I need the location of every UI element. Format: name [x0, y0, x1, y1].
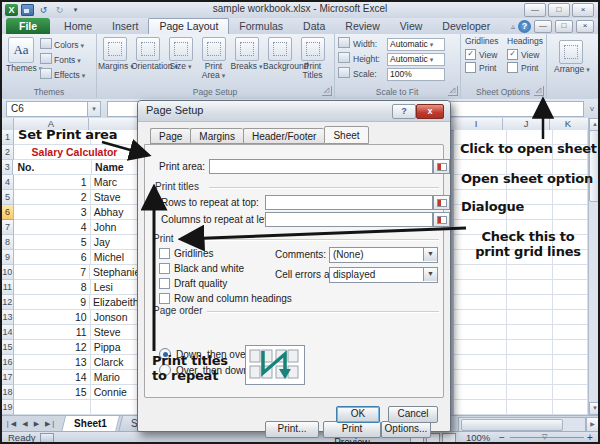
vertical-scrollbar[interactable]: ▲ ▼	[588, 118, 599, 415]
row-header-6[interactable]: 6	[2, 205, 14, 220]
cell-a19[interactable]	[14, 400, 91, 415]
row-header-12[interactable]: 12	[2, 295, 14, 310]
worksheet-grid-left[interactable]: 12Salary Calculator3No.Name41Marc52Stave…	[2, 130, 137, 415]
rows-repeat-range-icon[interactable]	[433, 195, 450, 210]
cell-b3[interactable]: Name	[92, 160, 137, 175]
cell-b4[interactable]: Marc	[91, 175, 137, 190]
tab-home[interactable]: Home	[54, 18, 102, 34]
cell-a17[interactable]: 14	[14, 370, 91, 385]
dropdown-arrow-icon[interactable]: ▼	[423, 248, 437, 261]
row-header-14[interactable]: 14	[2, 325, 14, 340]
cell-a15[interactable]: 12	[14, 340, 91, 355]
horizontal-scroll-thumb[interactable]	[461, 419, 563, 431]
cell-a7[interactable]: 4	[14, 220, 91, 235]
sheet-tab-sheet1[interactable]: Sheet1	[61, 416, 120, 432]
close-button[interactable]: ×	[572, 3, 594, 17]
cell-b6[interactable]: Abhay	[91, 205, 137, 220]
rows-repeat-input[interactable]	[265, 195, 433, 210]
cell-b14[interactable]: Steve	[91, 325, 137, 340]
checkbox-icon[interactable]	[465, 49, 476, 60]
row-header-9[interactable]: 9	[2, 250, 14, 265]
cell-b5[interactable]: Stave	[91, 190, 137, 205]
scale-dialog-launcher-icon[interactable]: ◿	[448, 86, 458, 96]
checkbox-row-and-column-headings[interactable]: Row and column headings	[159, 292, 292, 304]
row-header-10[interactable]: 10	[2, 265, 14, 280]
tab-review[interactable]: Review	[335, 18, 389, 34]
themes-button[interactable]: Aa Themes	[6, 37, 36, 83]
cell-errors-dropdown[interactable]: displayed▼	[329, 267, 438, 283]
select-all-corner[interactable]	[2, 118, 14, 130]
ribbon-button-print-area[interactable]: Print Area	[197, 36, 230, 80]
dropdown-arrow-icon[interactable]: ▼	[423, 268, 437, 281]
checkbox-icon[interactable]	[159, 293, 170, 304]
ribbon-button-background[interactable]: Background	[263, 36, 296, 80]
checkbox-draft-quality[interactable]: Draft quality	[159, 277, 227, 289]
cols-repeat-input[interactable]	[265, 212, 433, 227]
headings-view-checkbox[interactable]: View	[507, 48, 547, 61]
cell-a8[interactable]: 5	[14, 235, 91, 250]
ribbon-button-print-titles[interactable]: Print Titles	[296, 36, 329, 80]
cell-a16[interactable]: 13	[14, 355, 91, 370]
cell-b17[interactable]: Mario	[91, 370, 137, 385]
row-header-5[interactable]: 5	[2, 190, 14, 205]
minimize-button[interactable]: —	[524, 3, 546, 17]
row-header-1[interactable]: 1	[2, 130, 14, 145]
column-header-k[interactable]: K	[550, 118, 586, 130]
last-sheet-icon[interactable]: ▶❘	[42, 420, 59, 428]
tab-view[interactable]: View	[390, 18, 433, 34]
button-options-[interactable]: Options...	[381, 421, 431, 438]
zoom-slider-handle[interactable]: ▽	[542, 433, 547, 441]
tab-developer[interactable]: Developer	[432, 18, 500, 34]
prev-sheet-icon[interactable]: ◀	[19, 420, 30, 428]
tab-file[interactable]: File	[6, 18, 50, 34]
row-header-15[interactable]: 15	[2, 340, 14, 355]
cell-a6[interactable]: 3	[14, 205, 91, 220]
cell-a9[interactable]: 6	[14, 250, 91, 265]
cell-b9[interactable]: Michel	[91, 250, 137, 265]
ribbon-button-margins[interactable]: Margins	[98, 36, 131, 80]
cell-b15[interactable]: Pippa	[91, 340, 137, 355]
tab-insert[interactable]: Insert	[102, 18, 148, 34]
checkbox-icon[interactable]	[159, 278, 170, 289]
cell-a4[interactable]: 1	[14, 175, 91, 190]
scroll-right-icon[interactable]: ▶	[586, 417, 599, 432]
scroll-down-icon[interactable]: ▼	[589, 402, 600, 415]
cell-a13[interactable]: 10	[14, 310, 91, 325]
cell-a10[interactable]: 7	[14, 265, 90, 280]
button-print-[interactable]: Print...	[265, 421, 319, 438]
dialog-tab-sheet[interactable]: Sheet	[324, 126, 368, 144]
cell-b16[interactable]: Clarck	[91, 355, 137, 370]
dialog-help-icon[interactable]: ?	[392, 104, 416, 119]
workbook-restore-button[interactable]: □	[555, 20, 573, 33]
workbook-minimize-button[interactable]: —	[534, 20, 552, 33]
print-area-input[interactable]	[209, 159, 433, 174]
cell-a5[interactable]: 2	[14, 190, 91, 205]
cell-b8[interactable]: Jay	[91, 235, 137, 250]
ribbon-button-breaks[interactable]: Breaks	[230, 36, 263, 80]
cell-a3[interactable]: No.	[13, 160, 92, 175]
formula-bar-expand-icon[interactable]: v	[590, 104, 594, 113]
dialog-tab-header-footer[interactable]: Header/Footer	[243, 128, 324, 144]
checkbox-black-and-white[interactable]: Black and white	[159, 262, 244, 274]
tab-formulas[interactable]: Formulas	[229, 18, 293, 34]
zoom-out-icon[interactable]: −	[499, 432, 505, 443]
cell-b7[interactable]: John	[91, 220, 137, 235]
cell-a12[interactable]: 9	[14, 295, 90, 310]
maximize-button[interactable]: □	[548, 3, 570, 17]
checkbox-gridlines[interactable]: Gridlines	[159, 247, 213, 259]
row-header-13[interactable]: 13	[2, 310, 14, 325]
scale--value[interactable]: 100%	[387, 68, 445, 81]
cell-b12[interactable]: Elizabeith	[90, 295, 137, 310]
first-sheet-icon[interactable]: ❘◀	[2, 420, 19, 428]
row-header-17[interactable]: 17	[2, 370, 14, 385]
row-header-18[interactable]: 18	[2, 385, 14, 400]
colors-button[interactable]: Colors	[40, 38, 94, 51]
workbook-close-button[interactable]: ×	[576, 20, 594, 33]
height--value[interactable]: Automatic	[387, 53, 445, 66]
row-header-2[interactable]: 2	[2, 145, 14, 160]
checkbox-icon[interactable]	[159, 248, 170, 259]
cell-a18[interactable]: 15	[14, 385, 91, 400]
row-header-11[interactable]: 11	[2, 280, 14, 295]
cols-repeat-range-icon[interactable]	[433, 212, 450, 227]
cell-b19[interactable]	[91, 400, 137, 415]
